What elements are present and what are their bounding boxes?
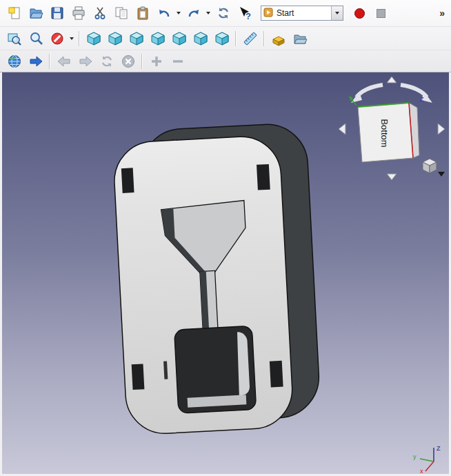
save-icon — [50, 6, 65, 21]
record-circle-icon — [354, 8, 365, 19]
workbench-dropdown-button[interactable] — [331, 6, 343, 20]
navcube-left-arrow[interactable] — [339, 123, 345, 135]
navcube-down-arrow[interactable] — [387, 174, 397, 180]
toolbar-separator — [141, 54, 143, 69]
workbench-selector[interactable]: Start — [261, 6, 343, 21]
workbench-icon — [263, 8, 274, 19]
chevron-down-icon — [335, 12, 339, 14]
top-view-button[interactable] — [126, 28, 147, 49]
globe-icon — [7, 54, 22, 69]
axonometric-view-button[interactable] — [83, 28, 104, 49]
measure-distance-button[interactable] — [239, 28, 261, 49]
help-cursor-icon: ? — [237, 6, 252, 21]
navcube-z-axis-label: Z — [420, 96, 424, 103]
web-stop-button[interactable] — [117, 51, 139, 72]
viewport-frame: Z Bottom Z y x — [0, 72, 451, 476]
web-toolbar — [0, 50, 451, 72]
copy-icon — [114, 6, 129, 21]
undo-history-dropdown[interactable] — [174, 3, 183, 23]
nav-forward-button[interactable] — [74, 51, 96, 72]
redo-button[interactable] — [183, 3, 204, 23]
right-view-button[interactable] — [147, 28, 168, 49]
3d-viewport[interactable]: Z Bottom Z y x — [2, 72, 449, 474]
bottom-view-button[interactable] — [190, 28, 211, 49]
toolbar-area: ? Start » — [0, 0, 451, 72]
rear-view-button[interactable] — [168, 28, 190, 49]
start-part-icon — [271, 31, 286, 46]
navcube-rotate-right-arrow[interactable] — [401, 85, 432, 103]
open-url-button[interactable] — [25, 51, 46, 72]
draw-style-dropdown[interactable] — [68, 28, 76, 49]
plus-icon — [149, 54, 164, 69]
paste-button[interactable] — [132, 3, 153, 23]
macro-stop-button[interactable] — [370, 3, 392, 23]
left-view-button[interactable] — [211, 28, 232, 49]
navcube-body[interactable]: Z Bottom — [349, 96, 424, 162]
folder-icon — [292, 31, 308, 46]
back-arrow-icon — [57, 54, 72, 69]
scissors-icon — [92, 6, 108, 21]
start-page-button[interactable] — [268, 28, 289, 49]
printer-icon — [71, 6, 86, 21]
axis-cross: Z y x — [410, 442, 446, 474]
no-entry-icon — [50, 31, 65, 46]
print-button[interactable] — [68, 3, 89, 23]
undo-button[interactable] — [153, 3, 174, 23]
nav-back-button[interactable] — [53, 51, 74, 72]
refresh-document-button[interactable] — [212, 3, 234, 23]
save-document-button[interactable] — [46, 3, 68, 23]
zoom-in-button[interactable] — [146, 51, 167, 72]
forward-arrow-icon — [78, 54, 93, 69]
svg-text:?: ? — [245, 11, 251, 21]
web-refresh-button[interactable] — [96, 51, 117, 72]
stop-x-icon — [121, 54, 136, 69]
zoom-selection-button[interactable] — [25, 28, 46, 49]
toolbar-separator — [79, 31, 80, 46]
refresh-icon — [99, 54, 114, 69]
copy-button[interactable] — [110, 3, 132, 23]
open-folder-icon — [28, 6, 43, 21]
web-home-button[interactable] — [3, 51, 25, 72]
macro-record-button[interactable] — [349, 3, 370, 23]
zoom-out-button[interactable] — [167, 51, 188, 72]
toolbar-separator — [263, 31, 265, 46]
model-body[interactable] — [112, 122, 321, 435]
undo-arrow-icon — [157, 6, 172, 21]
navigation-cube[interactable]: Z Bottom — [336, 75, 448, 181]
toolbar-overflow-chevron[interactable]: » — [437, 8, 448, 19]
workbench-selected-label: Start — [277, 8, 331, 18]
toolbar-separator — [49, 54, 50, 69]
navcube-rotate-left-arrow[interactable] — [351, 85, 383, 103]
ruler-icon — [243, 31, 258, 46]
cut-button[interactable] — [89, 3, 110, 23]
front-view-cube-icon — [108, 31, 123, 46]
navcube-settings-cube-icon[interactable] — [423, 159, 437, 173]
navcube-menu-dropdown[interactable] — [438, 172, 445, 177]
magnifier-icon — [28, 31, 43, 46]
fit-all-button[interactable] — [3, 28, 25, 49]
open-document-button[interactable] — [25, 3, 46, 23]
file-toolbar: ? Start » — [0, 0, 451, 26]
refresh-icon — [216, 6, 231, 21]
minus-icon — [170, 54, 186, 69]
navcube-face-label: Bottom — [379, 119, 390, 147]
bottom-view-cube-icon — [193, 31, 208, 46]
new-document-button[interactable] — [3, 3, 25, 23]
redo-arrow-icon — [186, 6, 201, 21]
navcube-right-arrow[interactable] — [438, 123, 445, 135]
stop-square-icon — [377, 9, 385, 18]
clipboard-icon — [135, 6, 150, 21]
whats-this-button[interactable]: ? — [234, 3, 255, 23]
chevron-down-icon — [70, 37, 74, 40]
axis-x-label: x — [420, 468, 423, 474]
front-view-button[interactable] — [104, 28, 126, 49]
chevron-down-icon — [206, 12, 210, 14]
left-view-cube-icon — [214, 31, 230, 46]
navcube-up-arrow[interactable] — [387, 77, 397, 83]
open-website-folder-button[interactable] — [289, 28, 310, 49]
redo-history-dropdown[interactable] — [204, 3, 212, 23]
draw-style-button[interactable] — [46, 28, 68, 49]
rear-view-cube-icon — [172, 31, 187, 46]
new-document-icon — [7, 6, 22, 21]
freecad-window: ? Start » — [0, 0, 451, 476]
